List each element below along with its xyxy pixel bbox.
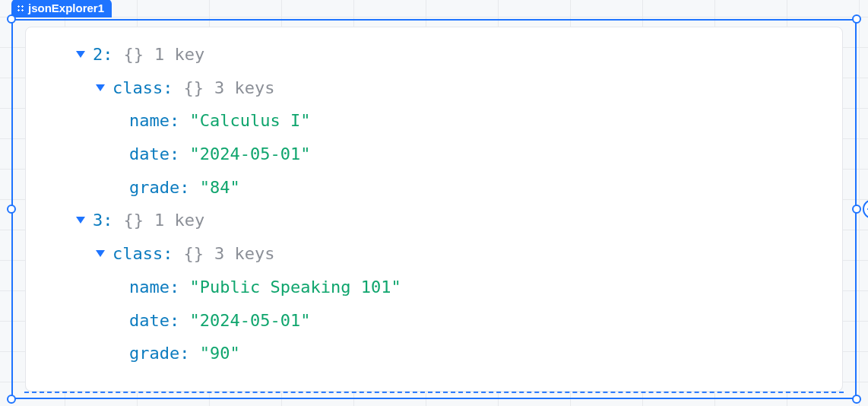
tree-row-field-date-3[interactable]: date: "2024-05-01" — [43, 304, 825, 338]
json-key: name — [129, 276, 169, 299]
selection-dashed-guide — [24, 392, 844, 393]
json-value: "Calculus I" — [189, 109, 310, 132]
json-key-count: 3 — [214, 77, 224, 100]
component-tag[interactable]: jsonExplorer1 — [11, 0, 112, 17]
json-value: "2024-05-01" — [189, 309, 310, 332]
json-key-count: 3 — [214, 243, 224, 265]
json-key: name — [129, 109, 169, 132]
caret-down-icon[interactable] — [76, 51, 85, 58]
tree-row-field-grade-2[interactable]: grade: "84" — [43, 171, 825, 205]
colon: : — [163, 77, 173, 100]
json-type-braces: {} — [124, 43, 144, 66]
colon: : — [179, 176, 189, 199]
tree-row-class-2[interactable]: class: {} 3 keys — [43, 71, 825, 105]
resize-handle-top-left[interactable] — [7, 14, 16, 24]
tree-row-field-date-2[interactable]: date: "2024-05-01" — [43, 138, 825, 171]
json-key: date — [129, 309, 169, 332]
json-key: class — [112, 77, 163, 100]
json-key: 3 — [93, 209, 103, 232]
json-key: class — [112, 243, 163, 265]
json-type-braces: {} — [183, 243, 204, 265]
json-key-count: 1 — [154, 209, 164, 232]
colon: : — [169, 109, 179, 132]
resize-handle-bottom-left[interactable] — [7, 395, 16, 404]
json-value: "84" — [200, 176, 240, 199]
caret-down-icon[interactable] — [96, 250, 105, 257]
json-explorer-component[interactable]: jsonExplorer1 2: {} 1 key class: {} 3 ke… — [11, 19, 857, 399]
json-key-count-suffix: key — [175, 43, 205, 66]
tree-row-index-3[interactable]: 3: {} 1 key — [43, 204, 825, 237]
colon: : — [169, 143, 179, 166]
tree-row-class-3[interactable]: class: {} 3 keys — [43, 237, 825, 271]
json-key: grade — [129, 342, 179, 365]
tree-row-field-name-2[interactable]: name: "Calculus I" — [43, 104, 825, 138]
resize-handle-mid-left[interactable] — [7, 205, 16, 214]
resize-handle-bottom-right[interactable] — [852, 395, 861, 404]
colon: : — [103, 209, 112, 232]
json-explorer-card[interactable]: 2: {} 1 key class: {} 3 keys name: "Calc… — [25, 27, 843, 392]
caret-down-icon[interactable] — [76, 217, 85, 224]
json-key-count: 1 — [154, 43, 164, 66]
caret-down-icon[interactable] — [96, 84, 105, 91]
tree-row-index-2[interactable]: 2: {} 1 key — [43, 38, 825, 71]
json-key-count-suffix: key — [175, 209, 205, 232]
json-type-braces: {} — [183, 77, 204, 100]
colon: : — [179, 342, 189, 365]
json-key-count-suffix: keys — [234, 243, 274, 265]
json-type-braces: {} — [124, 209, 144, 232]
resize-handle-mid-right[interactable] — [852, 205, 861, 214]
colon: : — [163, 243, 173, 265]
tree-row-field-grade-3[interactable]: grade: "90" — [43, 337, 825, 370]
tree-row-field-name-3[interactable]: name: "Public Speaking 101" — [43, 271, 825, 304]
json-key: date — [129, 143, 169, 166]
colon: : — [103, 43, 112, 66]
json-key: grade — [129, 176, 179, 199]
json-value: "90" — [200, 342, 240, 365]
colon: : — [169, 309, 179, 332]
drag-grip-icon[interactable] — [16, 4, 25, 13]
resize-handle-top-right[interactable] — [852, 14, 861, 24]
colon: : — [169, 276, 179, 299]
json-key: 2 — [93, 43, 103, 66]
component-name-label: jsonExplorer1 — [28, 2, 104, 14]
json-value: "Public Speaking 101" — [189, 276, 401, 299]
json-value: "2024-05-01" — [189, 143, 310, 166]
json-key-count-suffix: keys — [234, 77, 274, 100]
